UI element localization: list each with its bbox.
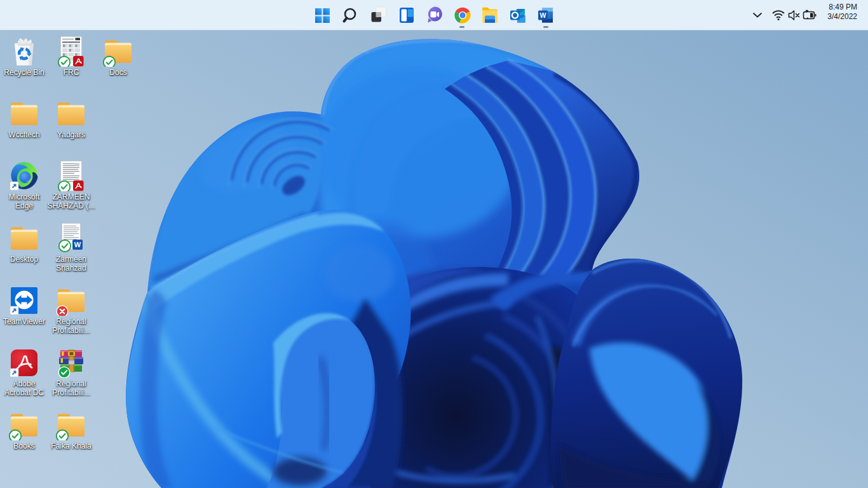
svg-text:W: W xyxy=(540,11,546,19)
